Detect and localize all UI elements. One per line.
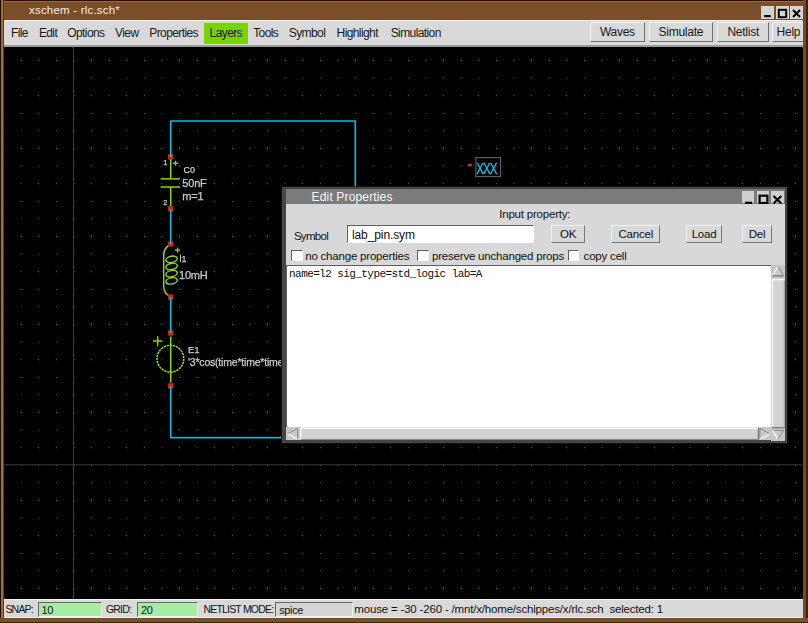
svg-text:10mH: 10mH (179, 268, 208, 280)
svg-text:l1: l1 (180, 254, 187, 264)
svg-text:'3*cos(time*time*time*t: '3*cos(time*time*time*t (188, 355, 290, 367)
svg-text:1: 1 (163, 158, 167, 167)
svg-text:E1: E1 (188, 343, 200, 354)
svg-text:2: 2 (163, 198, 167, 207)
svg-text:m=1: m=1 (182, 190, 203, 202)
svg-text:50nF: 50nF (182, 177, 207, 189)
svg-text:C0: C0 (184, 165, 196, 175)
svg-text:xxx: xxx (476, 155, 497, 178)
